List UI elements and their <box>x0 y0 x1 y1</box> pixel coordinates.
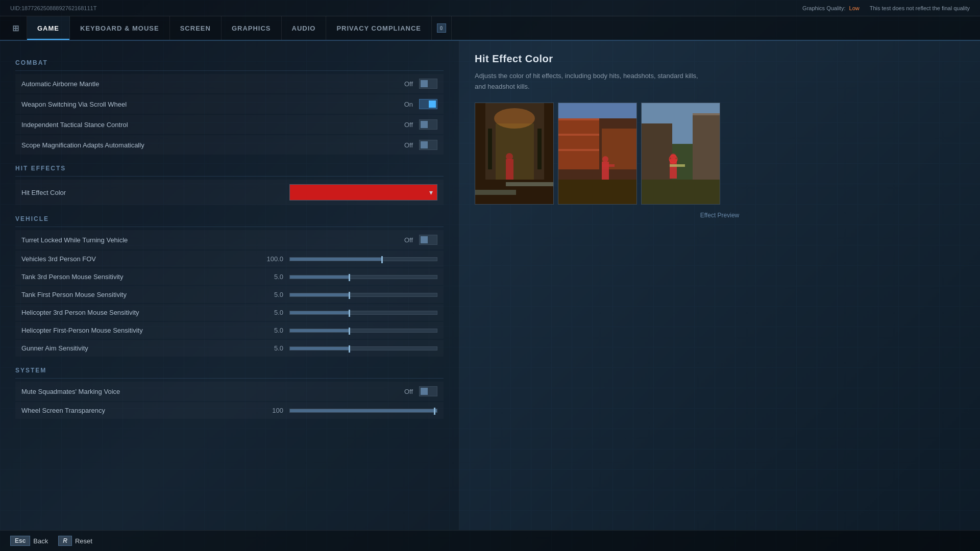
back-button[interactable]: Esc Back <box>10 536 48 546</box>
setting-hit-effect-color: Hit Effect Color ▾ <box>15 180 444 205</box>
mute-squadmates-toggle[interactable] <box>419 386 437 396</box>
vehicles-fov-thumb <box>381 256 383 263</box>
svg-rect-30 <box>670 164 685 167</box>
quality-notice: This test does not reflect the final qua… <box>870 5 970 11</box>
automatic-airborne-mantle-label: Automatic Airborne Mantle <box>21 80 387 88</box>
helicopter-3rd-sensitivity-value: 5.0 <box>258 309 283 316</box>
setting-tank-3rd-sensitivity: Tank 3rd Person Mouse Sensitivity 5.0 <box>15 268 444 285</box>
preview-image-3[interactable] <box>641 103 720 205</box>
effect-previews <box>475 103 965 205</box>
wheel-transparency-label: Wheel Screen Transparency <box>21 407 258 414</box>
vehicles-fov-slider[interactable] <box>289 257 437 261</box>
tank-1st-sensitivity-slider[interactable] <box>289 293 437 297</box>
scope-magnification-toggle[interactable] <box>419 140 437 150</box>
tank-1st-sensitivity-label: Tank First Person Mouse Sensitivity <box>21 291 258 298</box>
tank-1st-sensitivity-thumb <box>349 292 350 299</box>
helicopter-1st-sensitivity-fill <box>290 329 349 332</box>
automatic-airborne-mantle-knob <box>421 80 428 87</box>
esc-key-badge: Esc <box>10 536 30 546</box>
tab-keyboard[interactable]: KEYBOARD & MOUSE <box>70 16 170 40</box>
preview-scene-1 <box>475 103 554 205</box>
tank-1st-sensitivity-fill <box>290 293 349 296</box>
preview-scene-3 <box>642 103 720 205</box>
setting-helicopter-3rd-sensitivity: Helicopter 3rd Person Mouse Sensitivity … <box>15 304 444 321</box>
automatic-airborne-mantle-switch[interactable] <box>419 79 437 89</box>
uid-text: UID:18772625088892762168111T <box>10 5 96 11</box>
tank-3rd-sensitivity-value: 5.0 <box>258 273 283 281</box>
independent-tactical-value: Off <box>387 121 413 129</box>
reset-button[interactable]: R Reset <box>58 536 92 546</box>
turret-locked-toggle[interactable] <box>419 235 437 245</box>
setting-automatic-airborne-mantle: Automatic Airborne Mantle Off <box>15 74 444 93</box>
svg-rect-14 <box>558 134 599 136</box>
tank-3rd-sensitivity-track <box>289 275 437 279</box>
svg-rect-25 <box>693 113 720 115</box>
vehicle-divider <box>15 227 444 227</box>
tab-audio[interactable]: AUDIO <box>282 16 327 40</box>
tab-screen[interactable]: SCREEN <box>170 16 222 40</box>
tab-privacy[interactable]: PRIVACY COMPLIANCE <box>326 16 432 40</box>
tab-game[interactable]: GAME <box>27 16 70 40</box>
svg-point-3 <box>494 108 535 129</box>
tank-3rd-sensitivity-slider[interactable] <box>289 275 437 279</box>
combat-divider <box>15 70 444 71</box>
svg-rect-2 <box>496 123 534 185</box>
setting-gunner-aim-sensitivity: Gunner Aim Sensitivity 5.0 <box>15 340 444 357</box>
system-divider <box>15 378 444 379</box>
right-panel: Hit Effect Color Adjusts the color of hi… <box>459 41 980 530</box>
back-label: Back <box>33 537 48 545</box>
weapon-switching-toggle[interactable] <box>419 99 437 109</box>
svg-rect-7 <box>506 159 513 180</box>
svg-rect-27 <box>642 180 720 205</box>
setting-weapon-switching: Weapon Switching Via Scroll Wheel On <box>15 94 444 114</box>
mute-squadmates-switch[interactable] <box>419 386 437 396</box>
setting-vehicles-fov: Vehicles 3rd Person FOV 100.0 <box>15 251 444 267</box>
turret-locked-switch[interactable] <box>419 235 437 245</box>
wheel-transparency-slider[interactable] <box>289 409 437 413</box>
hit-effect-color-label: Hit Effect Color <box>21 189 289 196</box>
reset-label: Reset <box>75 537 92 545</box>
helicopter-3rd-sensitivity-slider[interactable] <box>289 311 437 315</box>
setting-scope-magnification: Scope Magnification Adapts Automatically… <box>15 135 444 155</box>
svg-rect-5 <box>488 129 492 169</box>
vehicle-section-header: VEHICLE <box>15 215 444 222</box>
independent-tactical-toggle[interactable] <box>419 119 437 130</box>
hit-effects-section-header: HIT EFFECTS <box>15 165 444 172</box>
tab-graphics[interactable]: GRAPHICS <box>222 16 282 40</box>
setting-tank-1st-sensitivity: Tank First Person Mouse Sensitivity 5.0 <box>15 286 444 303</box>
hit-effects-divider <box>15 176 444 177</box>
helicopter-3rd-sensitivity-label: Helicopter 3rd Person Mouse Sensitivity <box>21 309 258 316</box>
gunner-aim-sensitivity-label: Gunner Aim Sensitivity <box>21 344 258 352</box>
hit-effect-color-picker[interactable]: ▾ <box>289 184 437 201</box>
preview-image-1[interactable] <box>475 103 554 205</box>
tab-badge-icon: 0 <box>437 23 446 33</box>
setting-helicopter-1st-sensitivity: Helicopter First-Person Mouse Sensitivit… <box>15 322 444 339</box>
mute-squadmates-label: Mute Squadmates' Marking Voice <box>21 388 387 395</box>
preview-image-2[interactable] <box>558 103 637 205</box>
tab-icon[interactable]: ⊞ <box>5 16 27 40</box>
weapon-switching-knob <box>429 101 436 108</box>
top-bar: UID:18772625088892762168111T Graphics Qu… <box>0 0 980 16</box>
settings-panel: COMBAT Automatic Airborne Mantle Off Wea… <box>0 41 459 530</box>
weapon-switching-value: On <box>387 101 413 108</box>
independent-tactical-switch[interactable] <box>419 119 437 130</box>
mute-squadmates-value: Off <box>387 388 413 395</box>
setting-turret-locked: Turret Locked While Turning Vehicle Off <box>15 230 444 249</box>
automatic-airborne-mantle-toggle[interactable] <box>419 79 437 89</box>
svg-rect-10 <box>506 182 554 186</box>
setting-wheel-transparency: Wheel Screen Transparency 100 <box>15 402 444 419</box>
scope-magnification-switch[interactable] <box>419 140 437 150</box>
wheel-transparency-thumb <box>434 408 435 415</box>
helicopter-3rd-sensitivity-track <box>289 311 437 315</box>
r-key-badge: R <box>58 536 72 546</box>
setting-mute-squadmates: Mute Squadmates' Marking Voice Off <box>15 382 444 401</box>
weapon-switching-switch[interactable] <box>419 99 437 109</box>
wheel-transparency-track <box>289 409 437 413</box>
effect-title: Hit Effect Color <box>475 53 965 65</box>
tab-bar: ⊞ GAME KEYBOARD & MOUSE SCREEN GRAPHICS … <box>0 16 980 41</box>
gunner-aim-sensitivity-slider[interactable] <box>289 346 437 350</box>
svg-rect-26 <box>642 123 672 180</box>
turret-locked-value: Off <box>387 236 413 244</box>
helicopter-1st-sensitivity-slider[interactable] <box>289 329 437 333</box>
tank-3rd-sensitivity-fill <box>290 276 349 279</box>
